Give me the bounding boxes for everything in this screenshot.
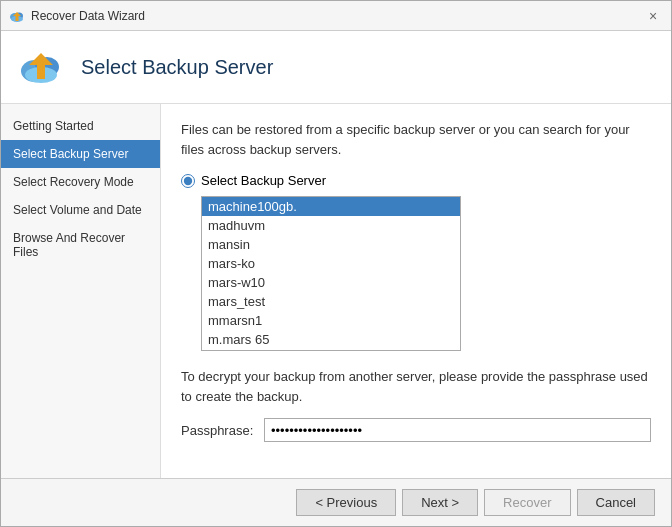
- sidebar: Getting Started Select Backup Server Sel…: [1, 104, 161, 478]
- passphrase-input[interactable]: [264, 418, 651, 442]
- list-item[interactable]: mansin: [202, 235, 460, 254]
- cancel-button[interactable]: Cancel: [577, 489, 655, 516]
- list-item[interactable]: m.mars 65: [202, 330, 460, 349]
- list-item[interactable]: mars_test: [202, 292, 460, 311]
- footer: < Previous Next > Recover Cancel: [1, 478, 671, 526]
- recover-button[interactable]: Recover: [484, 489, 570, 516]
- page-title: Select Backup Server: [81, 56, 273, 79]
- next-button[interactable]: Next >: [402, 489, 478, 516]
- title-bar-left: Recover Data Wizard: [9, 8, 145, 24]
- list-item[interactable]: mmars-8m: [202, 349, 460, 351]
- window: Recover Data Wizard × Select Backup Serv…: [0, 0, 672, 527]
- select-backup-server-label: Select Backup Server: [181, 173, 651, 188]
- list-item[interactable]: mmarsn1: [202, 311, 460, 330]
- sidebar-item-browse-and-recover[interactable]: Browse And Recover Files: [1, 224, 160, 266]
- list-item[interactable]: madhuvm: [202, 216, 460, 235]
- server-listbox[interactable]: machine100gb. madhuvm mansin mars-ko mar…: [201, 196, 461, 351]
- content-area: Getting Started Select Backup Server Sel…: [1, 104, 671, 478]
- title-bar: Recover Data Wizard ×: [1, 1, 671, 31]
- decrypt-description: To decrypt your backup from another serv…: [181, 367, 651, 406]
- backup-server-label-text: Select Backup Server: [201, 173, 326, 188]
- main-description: Files can be restored from a specific ba…: [181, 120, 651, 159]
- sidebar-item-getting-started[interactable]: Getting Started: [1, 112, 160, 140]
- sidebar-item-select-volume-and-date[interactable]: Select Volume and Date: [1, 196, 160, 224]
- close-button[interactable]: ×: [643, 6, 663, 26]
- passphrase-label: Passphrase:: [181, 423, 256, 438]
- sidebar-item-select-recovery-mode[interactable]: Select Recovery Mode: [1, 168, 160, 196]
- passphrase-row: Passphrase:: [181, 418, 651, 442]
- window-title: Recover Data Wizard: [31, 9, 145, 23]
- previous-button[interactable]: < Previous: [296, 489, 396, 516]
- backup-server-radio[interactable]: [181, 174, 195, 188]
- header-icon: [17, 43, 65, 91]
- sidebar-item-select-backup-server[interactable]: Select Backup Server: [1, 140, 160, 168]
- list-item[interactable]: mars-w10: [202, 273, 460, 292]
- main-content: Files can be restored from a specific ba…: [161, 104, 671, 478]
- header: Select Backup Server: [1, 31, 671, 104]
- app-icon: [9, 8, 25, 24]
- list-item[interactable]: machine100gb.: [202, 197, 460, 216]
- list-item[interactable]: mars-ko: [202, 254, 460, 273]
